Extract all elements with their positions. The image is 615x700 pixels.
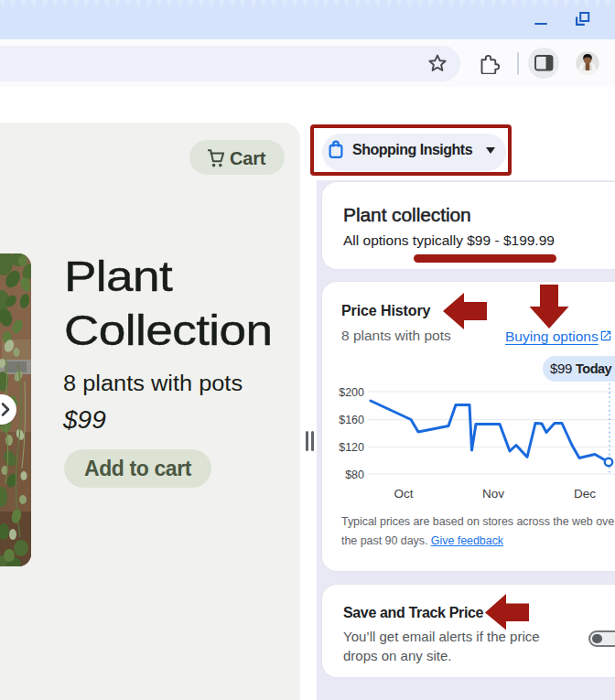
svg-text:$200: $200 <box>339 386 364 399</box>
svg-text:$80: $80 <box>345 468 364 481</box>
svg-text:Nov: Nov <box>482 487 504 501</box>
svg-text:Oct: Oct <box>394 487 413 501</box>
svg-text:Dec: Dec <box>574 487 596 501</box>
svg-text:$120: $120 <box>339 441 364 454</box>
svg-text:$160: $160 <box>339 414 364 426</box>
